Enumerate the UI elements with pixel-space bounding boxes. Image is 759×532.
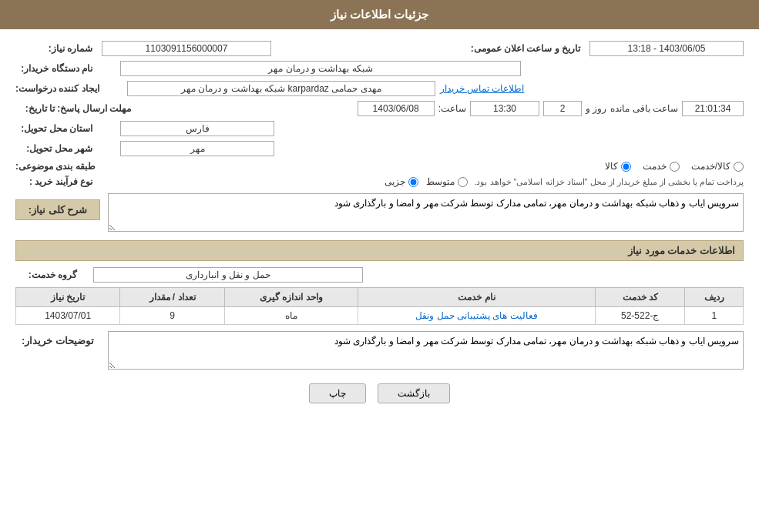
service-group-label: گروه خدمت: <box>15 269 77 280</box>
need-description-textarea[interactable]: سرویس ایاب و ذهاب شبکه بهداشت و درمان مه… <box>108 193 744 232</box>
response-time-value: 13:30 <box>470 101 539 116</box>
table-row: 1 ج-522-52 فعالیت های پشتیبانی حمل ونقل … <box>16 307 744 325</box>
response-date-value: 1403/06/08 <box>358 101 435 116</box>
print-button[interactable]: چاپ <box>309 383 366 403</box>
col-quantity: تعداد / مقدار <box>120 288 224 307</box>
contact-link[interactable]: اطلاعات تماس خریدار <box>440 83 525 94</box>
radio-khedmat[interactable] <box>670 162 680 172</box>
buyer-org-label: نام دستگاه خریدار: <box>15 63 92 74</box>
buyer-desc-label: توضیحات خریدار: <box>15 331 100 346</box>
purchase-jozi-label: جزیی <box>385 176 405 187</box>
radio-kala[interactable] <box>621 162 631 172</box>
creator-value: مهدی حمامی karpardaz شبکه بهداشت و درمان… <box>127 81 435 96</box>
province-value: فارس <box>120 121 274 136</box>
col-row: ردیف <box>685 288 744 307</box>
announce-datetime-value: 1403/06/05 - 13:18 <box>589 41 744 56</box>
service-group-value: حمل و نقل و انبارداری <box>93 267 363 283</box>
announce-datetime-label: تاریخ و ساعت اعلان عمومی: <box>471 43 580 54</box>
need-number-value: 1103091156000007 <box>102 41 271 56</box>
purchase-type-label: نوع فرآیند خرید : <box>15 176 92 187</box>
radio-kala-khedmat[interactable] <box>734 162 744 172</box>
buyer-org-value: شبکه بهداشت و درمان مهر <box>120 61 521 76</box>
col-code: کد خدمت <box>595 288 685 307</box>
page-title: جزئیات اطلاعات نیاز <box>0 0 759 29</box>
purchase-desc: پرداخت تمام یا بخشی از مبلغ خریدار از مح… <box>474 177 744 187</box>
buyer-desc-textarea[interactable]: سرویس ایاب و ذهاب شبکه بهداشت و درمان مه… <box>108 331 744 370</box>
purchase-motoset-label: متوسط <box>426 176 455 187</box>
category-kala-khedmat-label: کالا/خدمت <box>691 161 730 172</box>
city-label: شهر محل تحویل: <box>15 143 92 154</box>
col-name: نام خدمت <box>358 288 595 307</box>
category-kala-radio[interactable]: کالا <box>605 161 631 172</box>
city-value: مهر <box>120 141 274 156</box>
response-deadline-label: مهلت ارسال پاسخ: تا تاریخ: <box>15 103 131 114</box>
col-unit: واحد اندازه گیری <box>224 288 358 307</box>
col-date: تاریخ نیاز <box>16 288 120 307</box>
radio-motoset[interactable] <box>458 177 468 187</box>
remaining-label: ساعت باقی مانده <box>610 103 678 114</box>
remaining-time: 21:01:34 <box>682 101 744 116</box>
creator-label: ایجاد کننده درخواست: <box>15 83 99 94</box>
category-khedmat-radio[interactable]: خدمت <box>643 161 680 172</box>
purchase-jozi-radio[interactable]: جزیی <box>385 176 418 187</box>
services-table: ردیف کد خدمت نام خدمت واحد اندازه گیری ت… <box>15 287 744 325</box>
need-description-label: شرح کلی نیاز: <box>15 199 100 220</box>
days-and-label: روز و <box>586 103 606 114</box>
category-kala-label: کالا <box>605 161 618 172</box>
days-value: 2 <box>543 101 582 116</box>
radio-jozi[interactable] <box>408 177 418 187</box>
province-label: استان محل تحویل: <box>15 123 92 134</box>
response-time-label: ساعت: <box>438 103 466 114</box>
category-label: طبقه بندی موضوعی: <box>15 161 96 172</box>
services-section-title: اطلاعات خدمات مورد نیاز <box>15 240 744 261</box>
category-khedmat-label: خدمت <box>643 161 667 172</box>
purchase-motoset-radio[interactable]: متوسط <box>426 176 468 187</box>
need-number-label: شماره نیاز: <box>15 43 92 54</box>
back-button[interactable]: بازگشت <box>378 383 450 403</box>
category-kala-khedmat-radio[interactable]: کالا/خدمت <box>691 161 744 172</box>
